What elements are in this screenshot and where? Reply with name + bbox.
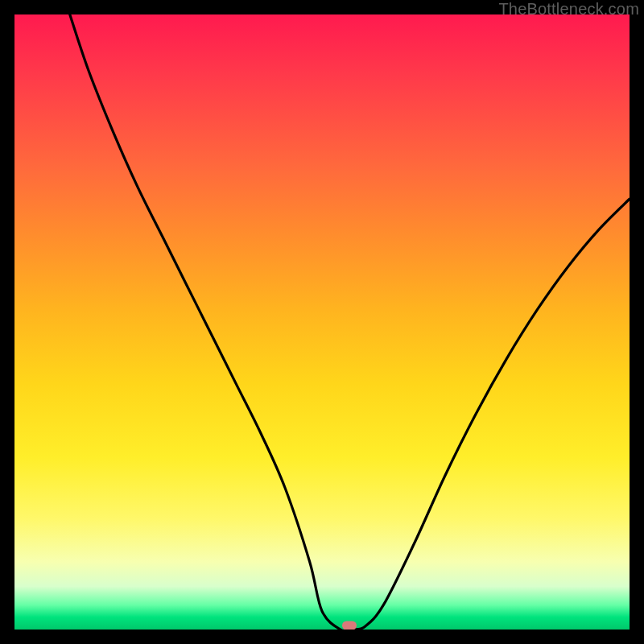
- chart-frame: TheBottleneck.com: [0, 0, 644, 644]
- watermark-text: TheBottleneck.com: [498, 0, 639, 19]
- bottleneck-curve: [14, 14, 630, 630]
- optimal-point-marker: [342, 621, 357, 630]
- plot-area: [14, 14, 630, 630]
